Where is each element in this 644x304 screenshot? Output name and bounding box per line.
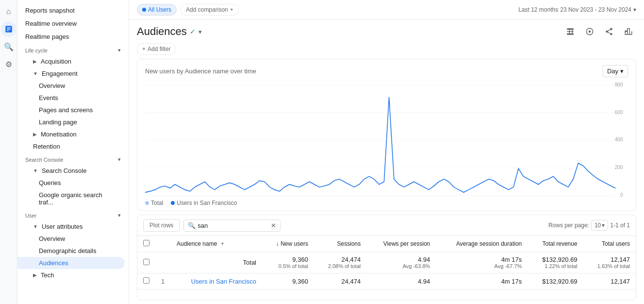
search-icon[interactable]: 🔍 <box>1 39 17 54</box>
chevron-up-icon: ▾ <box>118 156 121 163</box>
row1-checkbox[interactable] <box>143 277 149 284</box>
total-users-header[interactable]: Total users <box>583 236 636 252</box>
search-icon: 🔍 <box>188 222 196 229</box>
sidebar-item-tech[interactable]: ▶ Tech <box>17 269 125 281</box>
add-column-icon[interactable]: + <box>221 240 224 247</box>
views-per-session-header[interactable]: Views per session <box>366 236 436 252</box>
audience-name-link[interactable]: Users in San Francisco <box>191 278 256 285</box>
svg-point-1 <box>589 31 591 33</box>
date-range-selector[interactable]: Last 12 months 23 Nov 2023 - 23 Nov 2024… <box>518 6 636 13</box>
chart-type-icon[interactable] <box>621 24 636 39</box>
new-users-header[interactable]: ↓ New users <box>262 236 314 252</box>
chevron-down-icon: ▾ <box>633 6 636 13</box>
sidebar-section-search-console[interactable]: Search Console ▾ <box>17 152 129 165</box>
sidebar-section-user[interactable]: User ▾ <box>17 208 129 220</box>
total-checkbox[interactable] <box>143 259 149 265</box>
sidebar-item-google-organic[interactable]: Google organic search traf... <box>17 189 125 208</box>
chevron-up-icon: ▾ <box>118 212 121 219</box>
chevron-down-icon: ▾ <box>602 222 605 229</box>
legend-label-total: Total <box>151 200 163 206</box>
sidebar-item-acquisition[interactable]: ▶ Acquisition <box>17 55 125 68</box>
svg-text:600: 600 <box>615 109 623 115</box>
chart-area: 800 600 400 200 0 01 Dec 01 Jan 0 <box>137 81 636 198</box>
sidebar-section-lifecycle[interactable]: Life cycle ▾ <box>17 43 129 55</box>
search-box: 🔍 ✕ <box>183 220 281 232</box>
legend-dot-total <box>145 201 149 205</box>
rows-per-page-select[interactable]: 10 ▾ <box>591 220 608 231</box>
svg-text:0: 0 <box>620 192 623 198</box>
row1-total-users-cell: 12,147 <box>583 273 636 289</box>
sidebar-item-reports-snapshot[interactable]: Reports snapshot <box>17 4 125 17</box>
sidebar-item-audiences[interactable]: Audiences <box>17 257 125 269</box>
sidebar-item-monetisation[interactable]: ▶ Monetisation <box>17 128 125 140</box>
select-all-checkbox[interactable] <box>143 240 149 246</box>
sort-icon: ↓ <box>276 240 279 247</box>
settings-circle-icon[interactable] <box>582 24 597 39</box>
sidebar-item-demographic-details[interactable]: Demographic details <box>17 245 125 257</box>
sidebar-item-pages-screens[interactable]: Pages and screens <box>17 104 125 116</box>
total-views-cell: 4.94 Avg -63.8% <box>366 252 436 273</box>
sidebar-item-events[interactable]: Events <box>17 92 125 104</box>
main-content: All Users Add comparison + Last 12 month… <box>129 0 644 304</box>
legend-total: Total <box>145 200 163 206</box>
sidebar-item-overview[interactable]: Overview <box>17 80 125 92</box>
avg-session-duration-header[interactable]: Average session duration <box>436 236 528 252</box>
svg-text:200: 200 <box>615 164 623 170</box>
legend-san-francisco: Users in San Francisco <box>171 200 237 206</box>
chevron-down-icon: ▼ <box>33 224 38 229</box>
table-view-icon[interactable] <box>562 24 578 39</box>
row1-sessions-cell: 24,474 <box>314 273 366 289</box>
table-row: 1 Users in San Francisco 9,360 24,474 4. <box>137 273 636 289</box>
sidebar-item-retention[interactable]: Retention <box>17 140 125 152</box>
top-bar: All Users Add comparison + Last 12 month… <box>129 0 644 20</box>
row1-new-users-cell: 9,360 <box>262 273 314 289</box>
row1-checkbox-cell <box>137 273 155 289</box>
total-revenue-cell: $132,920.69 1.22% of total <box>528 252 583 273</box>
audience-name-header[interactable]: Audience name + <box>171 236 262 252</box>
date-value: 23 Nov 2023 - 23 Nov 2024 <box>560 6 631 13</box>
svg-text:400: 400 <box>615 136 623 142</box>
sidebar-item-realtime-pages[interactable]: Realtime pages <box>17 30 125 43</box>
row1-num-cell: 1 <box>155 273 171 289</box>
verified-icon: ✓ <box>190 28 196 35</box>
plus-icon: + <box>142 46 146 52</box>
dropdown-arrow-icon[interactable]: ▾ <box>198 28 202 35</box>
chevron-down-icon: ▼ <box>33 168 38 173</box>
add-filter-button[interactable]: + Add filter <box>137 43 176 55</box>
plot-rows-button[interactable]: Plot rows <box>143 219 180 232</box>
share-icon[interactable] <box>601 24 617 39</box>
page-header: Audiences ✓ ▾ <box>129 20 644 41</box>
sidebar-item-realtime-overview[interactable]: Realtime overview <box>17 17 125 30</box>
sessions-header[interactable]: Sessions <box>314 236 366 252</box>
sidebar-item-user-attributes[interactable]: ▼ User attributes <box>17 220 125 233</box>
sidebar-item-queries[interactable]: Queries <box>17 177 125 189</box>
sidebar-item-engagement[interactable]: ▼ Engagement <box>17 68 125 80</box>
page-header-actions <box>562 24 636 39</box>
configure-icon[interactable]: ⚙ <box>1 56 17 72</box>
analytics-icon[interactable] <box>1 21 17 37</box>
chart-title: New users by Audience name over time <box>145 68 256 75</box>
segment-controls: All Users Add comparison + <box>137 4 239 16</box>
total-new-users-cell: 9,360 0.5% of total <box>262 252 314 273</box>
sidebar-item-landing-page[interactable]: Landing page <box>17 116 125 128</box>
segment-label: All Users <box>148 6 171 13</box>
clear-search-icon[interactable]: ✕ <box>271 222 276 229</box>
home-icon[interactable]: ⌂ <box>1 4 17 19</box>
all-users-segment[interactable]: All Users <box>137 4 177 16</box>
day-select[interactable]: Day ▾ <box>603 65 628 77</box>
chevron-right-icon: ▶ <box>33 272 37 278</box>
chevron-right-icon: ▶ <box>33 132 37 137</box>
chevron-right-icon: ▶ <box>33 59 37 64</box>
search-input[interactable] <box>198 222 269 229</box>
rows-per-page: Rows per page: 10 ▾ 1-1 of 1 <box>548 220 630 231</box>
rows-per-page-value: 10 <box>594 222 601 229</box>
sidebar-item-search-console-parent[interactable]: ▼ Search Console <box>17 165 125 177</box>
table-toolbar: Plot rows 🔍 ✕ Rows per page: 10 ▾ 1-1 of… <box>137 215 636 236</box>
sidebar-item-ua-overview[interactable]: Overview <box>17 233 125 245</box>
row1-avg-session-cell: 4m 17s <box>436 273 528 289</box>
add-comparison-button[interactable]: Add comparison + <box>181 4 239 16</box>
checkbox-header <box>137 236 155 252</box>
total-revenue-header[interactable]: Total revenue <box>528 236 583 252</box>
total-avg-session-cell: 4m 17s Avg -67.7% <box>436 252 528 273</box>
rows-per-page-label: Rows per page: <box>548 222 589 229</box>
